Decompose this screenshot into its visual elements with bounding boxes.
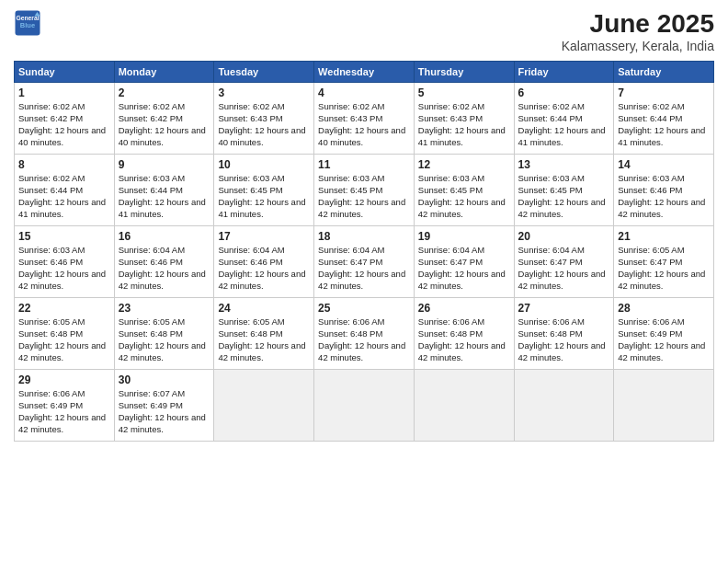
daylight-label: Daylight: 12 hours and 41 minutes. — [518, 125, 606, 147]
daylight-label: Daylight: 12 hours and 42 minutes. — [318, 269, 405, 291]
empty-cell — [614, 370, 714, 442]
sunset-label: Sunset: 6:48 PM — [18, 328, 83, 339]
day-cell: 1 Sunrise: 6:02 AM Sunset: 6:42 PM Dayli… — [15, 83, 115, 155]
day-number: 26 — [418, 301, 510, 316]
sunrise-label: Sunrise: 6:03 AM — [418, 173, 484, 183]
col-friday: Friday — [514, 62, 614, 83]
daylight-label: Daylight: 12 hours and 42 minutes. — [418, 197, 506, 219]
week-row: 29 Sunrise: 6:06 AM Sunset: 6:49 PM Dayl… — [15, 370, 714, 442]
sunrise-label: Sunrise: 6:05 AM — [218, 316, 284, 327]
sunrise-label: Sunrise: 6:02 AM — [18, 173, 85, 183]
day-cell: 7 Sunrise: 6:02 AM Sunset: 6:44 PM Dayli… — [614, 83, 714, 155]
col-monday: Monday — [114, 62, 214, 83]
sunset-label: Sunset: 6:48 PM — [218, 328, 282, 339]
week-row: 15 Sunrise: 6:03 AM Sunset: 6:46 PM Dayl… — [15, 226, 714, 298]
daylight-label: Daylight: 12 hours and 41 minutes. — [218, 197, 305, 219]
daylight-label: Daylight: 12 hours and 42 minutes. — [119, 340, 206, 362]
day-number: 19 — [418, 229, 510, 244]
sunset-label: Sunset: 6:43 PM — [318, 113, 382, 123]
logo: General Blue — [14, 9, 41, 37]
sunrise-label: Sunrise: 6:06 AM — [418, 316, 484, 327]
day-cell: 14 Sunrise: 6:03 AM Sunset: 6:46 PM Dayl… — [614, 155, 714, 226]
sunrise-label: Sunrise: 6:06 AM — [518, 316, 585, 327]
sunrise-label: Sunrise: 6:04 AM — [119, 245, 185, 255]
sunrise-label: Sunrise: 6:05 AM — [618, 245, 684, 255]
day-number: 29 — [18, 373, 110, 387]
sunset-label: Sunset: 6:42 PM — [18, 113, 83, 123]
daylight-label: Daylight: 12 hours and 42 minutes. — [618, 340, 705, 362]
daylight-label: Daylight: 12 hours and 40 minutes. — [119, 125, 206, 147]
daylight-label: Daylight: 12 hours and 42 minutes. — [418, 340, 506, 362]
day-cell: 3 Sunrise: 6:02 AM Sunset: 6:43 PM Dayli… — [214, 83, 314, 155]
sunrise-label: Sunrise: 6:06 AM — [18, 388, 85, 398]
day-number: 15 — [18, 229, 110, 244]
daylight-label: Daylight: 12 hours and 42 minutes. — [618, 197, 705, 219]
sunset-label: Sunset: 6:45 PM — [218, 185, 282, 195]
daylight-label: Daylight: 12 hours and 40 minutes. — [18, 125, 106, 147]
day-cell: 12 Sunrise: 6:03 AM Sunset: 6:45 PM Dayl… — [414, 155, 514, 226]
sunset-label: Sunset: 6:47 PM — [318, 257, 382, 267]
col-wednesday: Wednesday — [314, 62, 415, 83]
day-number: 13 — [518, 157, 610, 172]
day-cell: 13 Sunrise: 6:03 AM Sunset: 6:45 PM Dayl… — [514, 155, 614, 226]
daylight-label: Daylight: 12 hours and 42 minutes. — [618, 269, 705, 291]
day-cell: 21 Sunrise: 6:05 AM Sunset: 6:47 PM Dayl… — [614, 226, 714, 298]
week-row: 8 Sunrise: 6:02 AM Sunset: 6:44 PM Dayli… — [15, 155, 714, 226]
sunset-label: Sunset: 6:45 PM — [518, 185, 583, 195]
sunrise-label: Sunrise: 6:05 AM — [119, 316, 185, 327]
month-title: June 2025 — [562, 9, 714, 39]
sunset-label: Sunset: 6:47 PM — [418, 257, 483, 267]
day-number: 16 — [119, 229, 210, 244]
day-cell: 28 Sunrise: 6:06 AM Sunset: 6:49 PM Dayl… — [614, 298, 714, 370]
sunrise-label: Sunrise: 6:03 AM — [18, 245, 85, 255]
sunset-label: Sunset: 6:46 PM — [119, 257, 183, 267]
day-cell: 19 Sunrise: 6:04 AM Sunset: 6:47 PM Dayl… — [414, 226, 514, 298]
col-saturday: Saturday — [614, 62, 714, 83]
sunrise-label: Sunrise: 6:02 AM — [518, 101, 585, 111]
sunset-label: Sunset: 6:44 PM — [618, 113, 682, 123]
day-number: 18 — [318, 229, 410, 244]
sunset-label: Sunset: 6:48 PM — [318, 328, 382, 339]
sunrise-label: Sunrise: 6:03 AM — [218, 173, 284, 183]
col-thursday: Thursday — [414, 62, 514, 83]
day-number: 27 — [518, 301, 610, 316]
daylight-label: Daylight: 12 hours and 42 minutes. — [218, 340, 305, 362]
day-number: 4 — [318, 86, 410, 100]
day-number: 3 — [218, 86, 310, 100]
svg-text:Blue: Blue — [20, 21, 35, 29]
week-row: 22 Sunrise: 6:05 AM Sunset: 6:48 PM Dayl… — [15, 298, 714, 370]
sunrise-label: Sunrise: 6:02 AM — [18, 101, 85, 111]
day-cell: 29 Sunrise: 6:06 AM Sunset: 6:49 PM Dayl… — [15, 370, 115, 442]
sunset-label: Sunset: 6:43 PM — [418, 113, 483, 123]
day-cell: 17 Sunrise: 6:04 AM Sunset: 6:46 PM Dayl… — [214, 226, 314, 298]
sunrise-label: Sunrise: 6:04 AM — [518, 245, 585, 255]
day-cell: 25 Sunrise: 6:06 AM Sunset: 6:48 PM Dayl… — [314, 298, 415, 370]
sunset-label: Sunset: 6:49 PM — [119, 400, 183, 410]
daylight-label: Daylight: 12 hours and 41 minutes. — [18, 197, 106, 219]
sunrise-label: Sunrise: 6:03 AM — [618, 173, 684, 183]
sunset-label: Sunset: 6:44 PM — [518, 113, 583, 123]
day-number: 11 — [318, 157, 410, 172]
sunrise-label: Sunrise: 6:06 AM — [618, 316, 684, 327]
daylight-label: Daylight: 12 hours and 42 minutes. — [318, 197, 405, 219]
header-row: Sunday Monday Tuesday Wednesday Thursday… — [15, 62, 714, 83]
day-number: 24 — [218, 301, 310, 316]
sunrise-label: Sunrise: 6:05 AM — [18, 316, 85, 327]
day-number: 8 — [18, 157, 110, 172]
day-cell: 26 Sunrise: 6:06 AM Sunset: 6:48 PM Dayl… — [414, 298, 514, 370]
day-cell: 11 Sunrise: 6:03 AM Sunset: 6:45 PM Dayl… — [314, 155, 415, 226]
day-number: 21 — [618, 229, 710, 244]
day-number: 1 — [18, 86, 110, 100]
day-number: 30 — [119, 373, 210, 387]
day-cell: 30 Sunrise: 6:07 AM Sunset: 6:49 PM Dayl… — [114, 370, 214, 442]
daylight-label: Daylight: 12 hours and 40 minutes. — [218, 125, 305, 147]
day-number: 7 — [618, 86, 710, 100]
sunset-label: Sunset: 6:42 PM — [119, 113, 183, 123]
sunrise-label: Sunrise: 6:02 AM — [119, 101, 185, 111]
day-cell: 2 Sunrise: 6:02 AM Sunset: 6:42 PM Dayli… — [114, 83, 214, 155]
daylight-label: Daylight: 12 hours and 41 minutes. — [119, 197, 206, 219]
sunrise-label: Sunrise: 6:03 AM — [119, 173, 185, 183]
week-row: 1 Sunrise: 6:02 AM Sunset: 6:42 PM Dayli… — [15, 83, 714, 155]
sunset-label: Sunset: 6:46 PM — [218, 257, 282, 267]
sunrise-label: Sunrise: 6:03 AM — [318, 173, 384, 183]
